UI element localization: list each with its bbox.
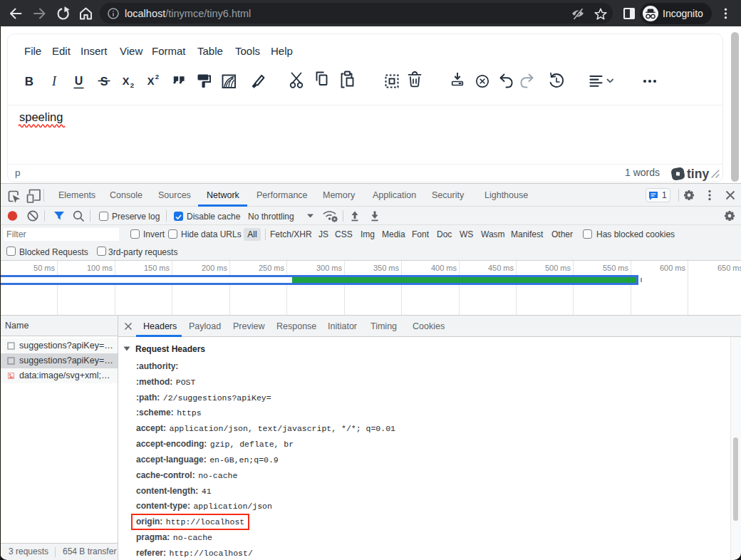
svg-text:tiny: tiny — [687, 167, 709, 181]
svg-text:B: B — [25, 75, 33, 88]
svg-text:X: X — [123, 76, 130, 87]
svg-text:2: 2 — [155, 73, 159, 81]
svg-text:U: U — [75, 75, 83, 87]
svg-text:X: X — [147, 76, 155, 87]
svg-text:I: I — [51, 74, 57, 88]
svg-text:S: S — [100, 76, 108, 88]
svg-text:2: 2 — [130, 81, 134, 89]
